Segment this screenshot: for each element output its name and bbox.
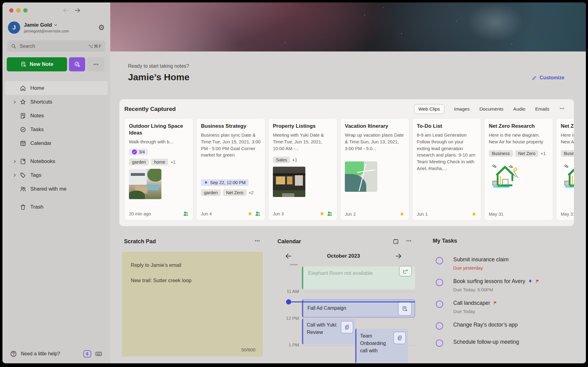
search-input[interactable]: Search ⌥⌘F [7,40,105,52]
tab-audio[interactable]: Audio [513,106,526,112]
next-month-icon[interactable] [395,252,402,260]
tabs-more-button[interactable] [559,106,565,112]
shared-icon [327,211,333,217]
search-shortcut: ⌥⌘F [88,44,102,49]
priority-flag-icon [535,279,540,284]
nav-forward-icon[interactable] [74,7,81,14]
avatar: J [8,21,20,34]
create-event-note-button[interactable] [398,302,412,316]
zoom-window-button[interactable] [23,8,28,13]
tag-pill[interactable]: Net Zero [515,150,538,157]
task-checkbox[interactable] [436,301,443,308]
customize-button[interactable]: Customize [532,75,564,81]
tab-images[interactable]: Images [454,106,470,112]
sidebar-item-trash[interactable]: Trash [5,200,108,214]
tag-pill[interactable]: Net Zero [223,189,246,196]
check-icon [132,149,137,154]
scratch-pad-textarea[interactable]: Reply to Jamie’s email New trail: Sutter… [122,252,263,357]
starred-icon [399,211,405,217]
task-checkbox[interactable] [436,279,443,286]
note-thumbnail [489,160,521,191]
chevron-right-icon[interactable] [13,160,17,163]
trash-icon [20,204,26,210]
user-name: Jamie Gold [24,22,52,28]
sidebar-item-tags[interactable]: Tags [5,168,108,182]
sidebar-item-home[interactable]: Home [5,81,108,95]
close-window-button[interactable] [9,8,13,13]
sidebar-item-calendar[interactable]: Calendar [5,136,108,150]
chevron-right-icon[interactable] [13,100,17,104]
chevron-right-icon[interactable] [13,173,17,177]
open-event-note-button[interactable] [341,321,353,333]
add-event-note-button[interactable] [399,266,412,276]
task-row: Call landscaper Due Today [431,300,580,314]
scratch-pad-widget: Scratch Pad Reply to Jamie’s email New t… [122,235,263,357]
minimize-window-button[interactable] [16,8,21,13]
more-tags-count: +1 [170,160,175,165]
note-card[interactable]: Business Strategy Business plan sync Dat… [196,118,265,221]
tag-pill[interactable]: garden [129,159,149,165]
shared-icon [183,211,189,217]
note-card[interactable]: Net Zero Research Here is the new diagra… [556,118,574,221]
calendar-widget: Calendar October 2023 11 AM 12 PM 1 PM [276,235,415,363]
starred-icon [247,211,253,216]
nav-back-icon[interactable] [62,7,69,14]
note-card[interactable]: Property Listings Meeting with Yuki Date… [268,118,337,221]
open-event-note-button[interactable] [394,332,406,344]
calendar-event[interactable]: Team Onboarding call with [355,329,408,363]
task-row: Submit insurance claim Due yesterday [431,256,580,271]
sidebar-item-tasks[interactable]: Tasks [5,123,108,136]
task-row: Change Ray’s doctor’s app [431,322,580,330]
new-task-button[interactable] [69,57,85,71]
calendar-event-unavailable[interactable]: Elephant Room not available [302,267,415,289]
more-create-options-button[interactable] [87,57,104,71]
more-tags-count: +2 [249,190,254,195]
tab-web-clips[interactable]: Web Clips [414,104,444,114]
note-date: May 31 [489,212,503,217]
current-time-line [290,301,415,302]
calendar-widget-title: Calendar [277,238,301,245]
task-due-date: Due yesterday [453,265,509,271]
go-to-today-icon[interactable] [393,238,399,245]
sidebar-item-shared-with-me[interactable]: Shared with me [5,182,108,196]
note-card[interactable]: Vacation Itinerary Wrap up vacation plan… [340,118,409,221]
starred-icon [471,211,477,217]
calendar-menu-button[interactable] [406,238,412,245]
note-card[interactable]: To-Do List 8-9 am Lead Generation Follow… [412,118,481,221]
previous-month-icon[interactable] [285,252,292,260]
question-circle-icon[interactable] [10,350,17,358]
sidebar-item-notebooks[interactable]: Notebooks [5,154,108,168]
settings-gear-icon[interactable]: ⚙ [98,24,105,31]
task-due-date: Due Today [453,309,498,314]
task-checkbox[interactable] [436,339,443,347]
calendar-event[interactable]: Call with Yuki: Review [302,319,356,344]
note-date: May 31 [561,212,574,217]
note-card[interactable]: Net Zero Research Here is the new diagra… [484,118,553,221]
tag-pill[interactable]: Business [561,150,574,157]
ellipsis-icon [93,61,99,67]
tag-icon [20,172,26,179]
task-row: Book surfing lessons for Avery Due Today… [431,278,580,292]
keyboard-icon[interactable] [94,350,103,357]
tag-pill[interactable]: garden [201,189,221,196]
note-card[interactable]: Outdoor Living Space Ideas Walk-through … [124,118,193,221]
scratch-pad-menu-button[interactable] [254,238,260,245]
account-menu[interactable]: J Jamie Gold jamiegold@evernote.com ⚙ [2,18,110,34]
task-checkbox[interactable] [436,322,443,330]
tag-pill[interactable]: Sales [273,157,290,163]
tag-pill[interactable]: Business [489,150,513,157]
tab-emails[interactable]: Emails [535,106,549,112]
tab-documents[interactable]: Documents [479,106,503,112]
sidebar-item-shortcuts[interactable]: Shortcuts [5,95,108,109]
task-plus-icon [74,61,81,68]
calendar-timeline[interactable]: 11 AM 12 PM 1 PM Elephant Room not avail… [276,264,415,363]
note-thumbnail [273,167,305,197]
new-note-button[interactable]: New Note [7,57,67,71]
task-checkbox[interactable] [436,257,443,264]
tag-pill[interactable]: home [151,159,168,165]
help-label[interactable]: Need a little help? [21,351,60,357]
note-date: Jun 4 [201,211,212,216]
sidebar-item-notes[interactable]: Notes [5,109,108,123]
ellipsis-icon [559,106,565,111]
help-badge[interactable]: 6 [83,350,91,358]
